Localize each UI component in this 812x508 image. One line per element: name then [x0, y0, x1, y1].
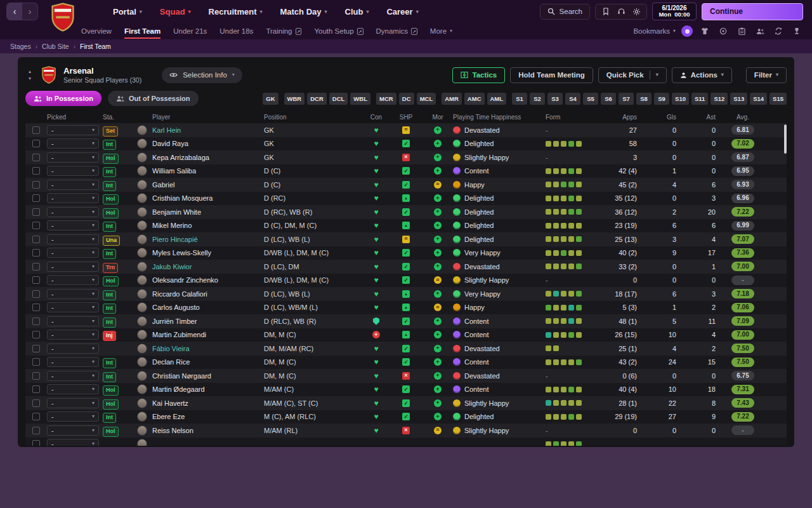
row-checkbox[interactable]	[32, 140, 40, 147]
menu-item-portal[interactable]: Portal▾	[113, 7, 142, 17]
picked-select[interactable]: -▾	[47, 330, 99, 340]
hold-team-meeting-button[interactable]: Hold Team Meeting	[510, 67, 593, 83]
bookmark-flag-icon[interactable]	[598, 4, 613, 19]
position-filter-s13[interactable]: S13	[730, 93, 747, 105]
position-filter-dcl[interactable]: DCL	[329, 93, 348, 105]
collapse-down-icon[interactable]: ▾	[29, 76, 31, 81]
position-filter-dcr[interactable]: DCR	[307, 93, 327, 105]
position-filter-s9[interactable]: S9	[654, 93, 669, 105]
column-header-sta[interactable]: Sta.	[103, 114, 132, 121]
picked-select[interactable]: -▾	[47, 371, 99, 381]
picked-select[interactable]: -▾	[47, 248, 99, 258]
row-checkbox[interactable]	[32, 399, 40, 407]
row-checkbox[interactable]	[32, 413, 40, 420]
picked-select[interactable]: -▾	[47, 316, 99, 326]
column-header-gls[interactable]: Gls	[643, 114, 683, 121]
continue-button[interactable]: Continue	[702, 3, 803, 20]
menu-item-club[interactable]: Club▾	[345, 7, 369, 17]
picked-select[interactable]: -▾	[47, 289, 99, 299]
picked-select[interactable]: -▾	[47, 152, 99, 163]
player-name[interactable]: Piero Hincapié	[152, 236, 264, 243]
position-filter-s8[interactable]: S8	[636, 93, 652, 105]
row-checkbox[interactable]	[32, 236, 40, 243]
row-checkbox[interactable]	[32, 427, 40, 434]
row-checkbox[interactable]	[32, 358, 40, 366]
position-filter-s1[interactable]: S1	[512, 93, 527, 105]
column-header-shp[interactable]: SHP	[390, 114, 422, 121]
scrollbar-thumb[interactable]	[784, 124, 787, 154]
subnav-item-more[interactable]: More▾	[430, 23, 452, 39]
position-filter-s6[interactable]: S6	[601, 93, 616, 105]
picked-select[interactable]: -▾	[47, 302, 99, 312]
player-name[interactable]: William Saliba	[152, 167, 264, 175]
selection-info-dropdown[interactable]: Selection Info ▾	[162, 67, 242, 83]
back-button[interactable]: ‹	[7, 3, 22, 20]
support-headset-icon[interactable]	[613, 4, 629, 19]
actions-button[interactable]: Actions ▾	[672, 67, 732, 83]
column-header-apps[interactable]: Apps	[604, 114, 643, 121]
row-checkbox[interactable]	[32, 167, 40, 175]
player-name[interactable]: Kai Havertz	[152, 399, 264, 407]
position-filter-amc[interactable]: AMC	[464, 93, 485, 105]
position-filter-s2[interactable]: S2	[530, 93, 545, 105]
position-filter-s10[interactable]: S10	[672, 93, 689, 105]
player-name[interactable]: Jurriën Timber	[152, 318, 264, 325]
quick-pick-button[interactable]: Quick Pick ▾	[598, 67, 667, 83]
player-name[interactable]: Declan Rice	[152, 358, 264, 366]
player-name[interactable]: Christian Nørgaard	[152, 372, 264, 380]
row-checkbox[interactable]	[32, 181, 40, 189]
position-filter-wbl[interactable]: WBL	[350, 93, 370, 105]
player-name[interactable]: Carlos Augusto	[152, 304, 264, 311]
position-filter-amr[interactable]: AMR	[442, 93, 462, 105]
subnav-item-under-21s[interactable]: Under 21s	[173, 23, 207, 39]
breadcrumb-item-club-site[interactable]: Club Site	[42, 43, 69, 50]
profile-badge[interactable]	[681, 25, 693, 37]
subnav-item-first-team[interactable]: First Team	[124, 23, 160, 39]
picked-select[interactable]: -▾	[47, 275, 99, 285]
player-name[interactable]: Ebere Eze	[152, 413, 264, 420]
player-name[interactable]: Gabriel	[152, 181, 264, 189]
position-filter-gk[interactable]: GK	[263, 93, 278, 105]
picked-select[interactable]: -▾	[47, 138, 99, 149]
picked-select[interactable]: -▾	[47, 398, 99, 408]
row-checkbox[interactable]	[32, 385, 40, 393]
out-of-possession-toggle[interactable]: Out of Possession	[108, 91, 199, 106]
picked-select[interactable]: -▾	[47, 439, 99, 446]
search-button[interactable]: Search	[540, 4, 590, 20]
position-filter-s3[interactable]: S3	[547, 93, 563, 105]
collapse-up-icon[interactable]: ▴	[29, 69, 31, 74]
player-name[interactable]: Riccardo Calafiori	[152, 290, 264, 298]
row-checkbox[interactable]	[32, 290, 40, 298]
picked-select[interactable]: -▾	[47, 357, 99, 367]
player-name[interactable]: Jakub Kiwior	[152, 263, 264, 271]
sync-icon[interactable]	[772, 25, 785, 37]
breadcrumb-item-first-team[interactable]: First Team	[80, 43, 111, 50]
picked-select[interactable]: -▾	[47, 193, 99, 203]
position-filter-s12[interactable]: S12	[710, 93, 728, 105]
bookmarks-dropdown[interactable]: Bookmarks ▾	[633, 27, 676, 35]
menu-item-squad[interactable]: Squad▾	[160, 7, 191, 17]
subnav-item-youth-setup[interactable]: Youth Setup↗	[314, 23, 363, 39]
clipboard-icon[interactable]	[735, 25, 748, 37]
subnav-item-overview[interactable]: Overview	[81, 23, 112, 39]
menu-item-match-day[interactable]: Match Day▾	[280, 7, 327, 17]
column-header-playing-time-happiness[interactable]: Playing Time Happiness	[453, 114, 546, 121]
filter-button[interactable]: Filter ▾	[746, 67, 787, 83]
position-filter-wbr[interactable]: WBR	[284, 93, 305, 105]
player-name[interactable]: Fábio Vieira	[152, 345, 264, 352]
forward-button[interactable]: ›	[22, 3, 37, 20]
position-filter-s11[interactable]: S11	[691, 93, 708, 105]
picked-select[interactable]: -▾	[47, 425, 99, 436]
position-filter-s5[interactable]: S5	[583, 93, 598, 105]
subnav-item-under-18s[interactable]: Under 18s	[219, 23, 253, 39]
row-checkbox[interactable]	[32, 208, 40, 216]
picked-select[interactable]: -▾	[47, 411, 99, 422]
menu-item-career[interactable]: Career▾	[386, 7, 418, 17]
position-filter-mcl[interactable]: MCL	[417, 93, 436, 105]
player-name[interactable]: Reiss Nelson	[152, 427, 264, 434]
breadcrumb-item-stages[interactable]: Stages	[10, 43, 31, 50]
row-checkbox[interactable]	[32, 345, 40, 352]
column-header-position[interactable]: Position	[264, 114, 363, 121]
kit-icon[interactable]	[698, 25, 711, 37]
row-checkbox[interactable]	[32, 304, 40, 311]
